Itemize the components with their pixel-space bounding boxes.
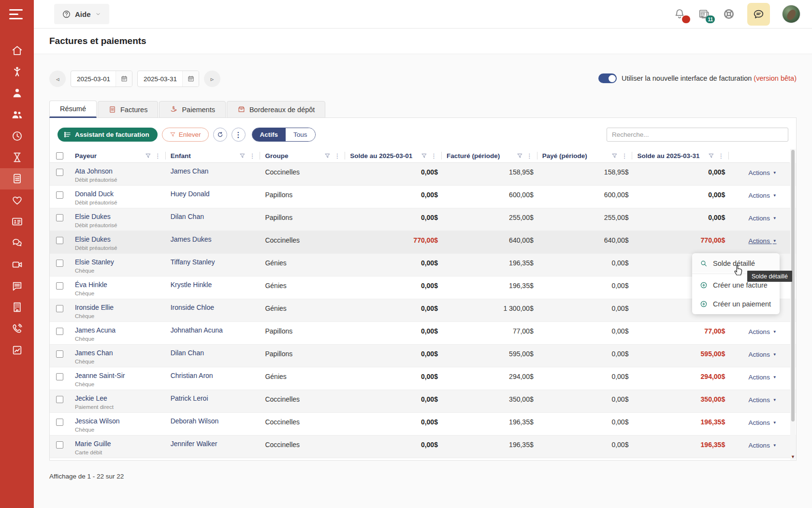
row-checkbox[interactable] — [56, 419, 63, 426]
sidebar-item-membership[interactable] — [0, 211, 34, 232]
filter-icon[interactable] — [239, 153, 246, 159]
child-link[interactable]: James Chan — [171, 167, 209, 175]
segment-tous[interactable]: Tous — [286, 128, 315, 141]
row-checkbox[interactable] — [56, 214, 63, 221]
billing-terminal-button[interactable]: 11 — [698, 8, 710, 20]
sidebar-item-calls[interactable] — [0, 318, 34, 339]
sidebar-item-messages[interactable] — [0, 275, 34, 296]
payer-link[interactable]: Elsie Stanley — [75, 258, 114, 266]
column-menu-icon[interactable]: ⋮ — [334, 152, 340, 160]
column-menu-icon[interactable]: ⋮ — [431, 152, 437, 160]
search-input[interactable] — [607, 128, 788, 142]
sidebar-item-families[interactable] — [0, 104, 34, 125]
sidebar-item-children[interactable] — [0, 61, 34, 82]
row-actions-button[interactable]: Actions ▼ — [749, 328, 777, 335]
payer-link[interactable]: Éva Hinkle — [75, 281, 107, 289]
previous-period-button[interactable]: ◃ — [49, 71, 66, 87]
payer-link[interactable]: Marie Guille — [75, 440, 111, 448]
tab-paiements[interactable]: Paiements — [159, 101, 226, 118]
child-link[interactable]: Dilan Chan — [171, 213, 204, 220]
payer-link[interactable]: Elsie Dukes — [75, 213, 111, 220]
filter-icon[interactable] — [517, 153, 523, 159]
scrollbar-down-arrow[interactable]: ▼ — [790, 454, 796, 459]
filter-icon[interactable] — [145, 153, 151, 159]
menu-item-creer-paiement[interactable]: Créer un paiement — [692, 294, 780, 313]
column-menu-icon[interactable]: ⋮ — [249, 152, 255, 160]
child-link[interactable]: Krystle Hinkle — [171, 281, 212, 289]
row-checkbox[interactable] — [56, 396, 63, 403]
row-actions-button[interactable]: Actions ▼ — [749, 374, 777, 381]
payer-link[interactable]: James Chan — [75, 349, 113, 357]
row-checkbox[interactable] — [56, 305, 63, 312]
tab-resume[interactable]: Résumé — [49, 101, 97, 118]
sidebar-item-staff[interactable] — [0, 83, 34, 104]
row-actions-button[interactable]: Actions ▼ — [749, 351, 777, 358]
child-link[interactable]: Christian Aron — [171, 372, 213, 379]
row-checkbox[interactable] — [56, 260, 63, 267]
user-avatar[interactable] — [782, 5, 800, 23]
child-link[interactable]: Jennifer Walker — [171, 440, 218, 448]
chat-button[interactable] — [747, 3, 770, 26]
child-link[interactable]: Deborah Wilson — [171, 417, 219, 425]
sidebar-item-conversations[interactable] — [0, 232, 34, 254]
hamburger-menu-icon[interactable] — [9, 9, 34, 19]
sidebar-item-organization[interactable] — [0, 297, 34, 318]
row-checkbox[interactable] — [56, 373, 63, 380]
payer-link[interactable]: Jessica Wilson — [75, 417, 120, 425]
row-checkbox[interactable] — [56, 282, 63, 290]
column-menu-icon[interactable]: ⋮ — [526, 152, 533, 160]
child-link[interactable]: Tiffany Stanley — [171, 258, 215, 266]
payer-link[interactable]: Jeanne Saint-Sir — [75, 372, 125, 379]
help-button[interactable]: Aide — [54, 4, 109, 24]
refresh-button[interactable] — [213, 128, 227, 142]
beta-interface-toggle[interactable] — [598, 73, 617, 83]
row-actions-button[interactable]: Actions ▼ — [749, 169, 777, 176]
tab-factures[interactable]: Factures — [98, 101, 158, 118]
select-all-checkbox[interactable] — [56, 152, 63, 160]
tab-bordereaux[interactable]: Bordereaux de dépôt — [227, 101, 325, 118]
sidebar-item-home[interactable] — [0, 40, 34, 61]
sidebar-item-schedule[interactable] — [0, 125, 34, 146]
column-menu-icon[interactable]: ⋮ — [621, 152, 627, 160]
payer-link[interactable]: Jeckie Lee — [75, 394, 107, 402]
date-start-calendar-button[interactable] — [116, 71, 132, 87]
child-link[interactable]: Dilan Chan — [171, 349, 204, 357]
row-actions-button[interactable]: Actions ▼ — [749, 237, 777, 245]
sidebar-item-billing[interactable] — [0, 168, 34, 189]
child-link[interactable]: Johnathan Acuna — [171, 326, 223, 334]
next-period-button[interactable]: ▹ — [204, 71, 220, 87]
row-checkbox[interactable] — [56, 328, 63, 335]
sidebar-item-video[interactable] — [0, 254, 34, 275]
column-menu-icon[interactable]: ⋮ — [155, 152, 161, 160]
column-menu-icon[interactable]: ⋮ — [718, 152, 724, 160]
filter-icon[interactable] — [708, 153, 714, 159]
child-link[interactable]: James Dukes — [171, 235, 212, 243]
sidebar-item-health[interactable] — [0, 189, 34, 211]
support-button[interactable] — [723, 8, 735, 20]
notifications-button[interactable]: 4 — [673, 8, 686, 20]
row-actions-button[interactable]: Actions ▼ — [749, 192, 777, 199]
child-link[interactable]: Huey Donald — [171, 190, 210, 198]
billing-assistant-button[interactable]: Assistant de facturation — [58, 128, 158, 142]
payer-link[interactable]: Ironside Ellie — [75, 304, 114, 311]
sidebar-item-reports[interactable] — [0, 339, 34, 361]
row-checkbox[interactable] — [56, 237, 63, 244]
payer-link[interactable]: Donald Duck — [75, 190, 114, 198]
more-options-button[interactable]: ⋮ — [232, 128, 246, 142]
date-end-calendar-button[interactable] — [182, 71, 199, 87]
row-checkbox[interactable] — [56, 191, 63, 199]
filter-icon[interactable] — [611, 153, 618, 159]
row-actions-button[interactable]: Actions ▼ — [749, 396, 777, 404]
payer-link[interactable]: Ata Johnson — [75, 167, 113, 175]
sidebar-item-waitlist[interactable] — [0, 146, 34, 168]
date-start-input[interactable] — [71, 71, 116, 87]
scrollbar-thumb[interactable] — [791, 150, 795, 421]
payer-link[interactable]: James Acuna — [75, 326, 116, 334]
row-checkbox[interactable] — [56, 169, 63, 176]
row-checkbox[interactable] — [56, 350, 63, 358]
child-link[interactable]: Ironside Chloe — [171, 304, 214, 311]
child-link[interactable]: Patrick Leroi — [171, 394, 208, 402]
row-actions-button[interactable]: Actions ▼ — [749, 419, 777, 426]
date-end-input[interactable] — [138, 71, 182, 87]
filter-icon[interactable] — [421, 153, 427, 159]
